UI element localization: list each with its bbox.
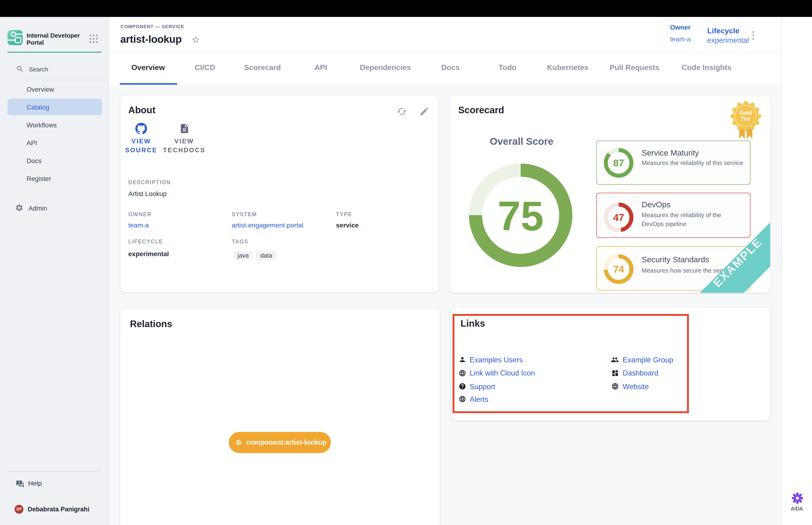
svg-text:?: ? <box>18 481 20 484</box>
svg-text:Tier: Tier <box>740 116 750 122</box>
svg-text:Gold: Gold <box>739 110 752 116</box>
